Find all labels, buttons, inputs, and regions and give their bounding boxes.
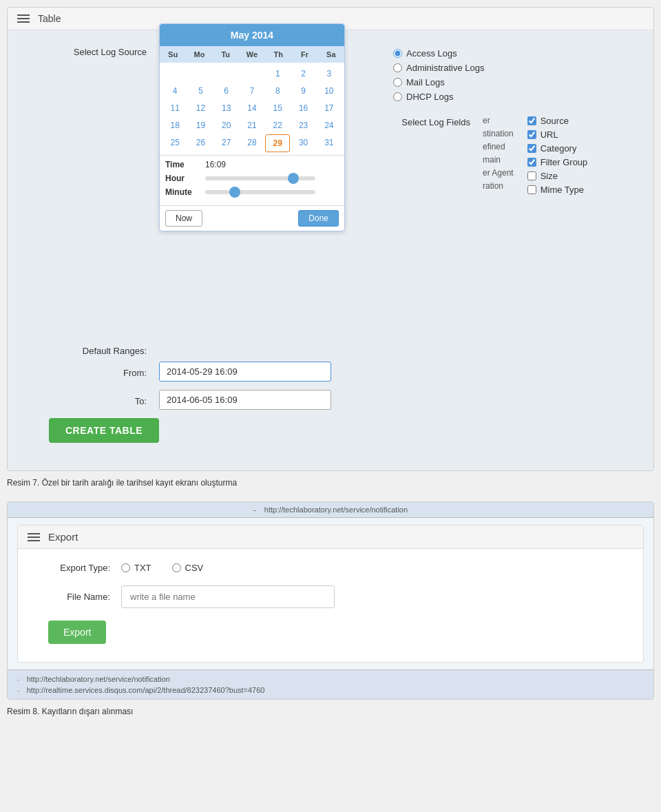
checkbox-filter-group[interactable]: Filter Group xyxy=(527,157,588,167)
checkbox-source[interactable]: Source xyxy=(527,116,588,126)
radio-dhcp-input[interactable] xyxy=(393,92,402,101)
cal-cell[interactable]: 8 xyxy=(265,83,290,99)
checkbox-filter-group-label: Filter Group xyxy=(541,157,588,167)
cal-cell[interactable]: 20 xyxy=(214,117,239,134)
cal-cell[interactable]: 15 xyxy=(265,100,290,116)
from-row: From: xyxy=(28,362,633,382)
calendar-container: May 2014 Su Mo Tu We Th Fr Sa xyxy=(159,23,345,231)
to-label: To: xyxy=(28,393,159,406)
cal-cell[interactable]: 1 xyxy=(265,65,290,82)
hamburger-icon[interactable] xyxy=(17,14,30,23)
file-name-input[interactable] xyxy=(121,585,335,608)
cal-cell[interactable] xyxy=(214,65,239,82)
cal-cell[interactable]: 31 xyxy=(317,134,342,152)
checkbox-mime-type-label: Mime Type xyxy=(541,185,584,195)
cal-cell[interactable]: 14 xyxy=(240,100,264,116)
cal-cell[interactable]: 4 xyxy=(162,83,187,99)
export-header: Export xyxy=(18,525,643,549)
bottom-panel: - http://techlaboratory.net/service/noti… xyxy=(7,501,654,700)
cal-cell[interactable]: 5 xyxy=(188,83,213,99)
checkbox-size[interactable]: Size xyxy=(527,171,588,181)
cal-cell[interactable]: 9 xyxy=(291,83,315,99)
cal-cell[interactable]: 22 xyxy=(265,117,290,134)
radio-admin-logs[interactable]: Administrative Logs xyxy=(393,63,587,73)
checkbox-category-input[interactable] xyxy=(527,144,536,153)
hour-thumb[interactable] xyxy=(288,173,299,184)
to-row: To: xyxy=(28,390,633,410)
cal-cell[interactable]: 13 xyxy=(214,100,239,116)
cal-cell[interactable]: 18 xyxy=(162,117,187,134)
cal-cell[interactable]: 12 xyxy=(188,100,213,116)
log-fields-checkboxes: Source URL Category xyxy=(527,116,588,195)
radio-mail-input[interactable] xyxy=(393,78,402,87)
url-bar-top: - http://techlaboratory.net/service/noti… xyxy=(8,502,653,518)
radio-txt[interactable]: TXT xyxy=(121,563,151,573)
cal-cell[interactable] xyxy=(188,65,213,82)
cal-cell[interactable]: 19 xyxy=(188,117,213,134)
radio-csv-label: CSV xyxy=(185,563,204,573)
radio-admin-input[interactable] xyxy=(393,63,402,72)
cal-cell[interactable]: 7 xyxy=(240,83,264,99)
cal-cell[interactable]: 30 xyxy=(291,134,315,152)
cal-cell[interactable]: 25 xyxy=(162,134,187,152)
cal-cell[interactable]: 3 xyxy=(317,65,342,82)
checkbox-url-input[interactable] xyxy=(527,130,536,139)
cal-cell[interactable]: 11 xyxy=(162,100,187,116)
radio-dhcp-logs[interactable]: DHCP Logs xyxy=(393,92,587,102)
btn-now[interactable]: Now xyxy=(165,210,202,227)
checkbox-mime-type[interactable]: Mime Type xyxy=(527,185,588,195)
checkbox-size-input[interactable] xyxy=(527,171,536,180)
checkbox-url[interactable]: URL xyxy=(527,129,588,140)
cal-cell[interactable]: 23 xyxy=(291,117,315,134)
radio-access-input[interactable] xyxy=(393,49,402,58)
cal-cell[interactable]: 6 xyxy=(214,83,239,99)
export-panel: Export Export Type: TXT CSV xyxy=(17,525,644,663)
radio-mail-label: Mail Logs xyxy=(406,77,445,87)
caption2: Resim 8. Kayıtların dışarı alınması xyxy=(7,707,654,716)
default-ranges-label: Default Ranges: xyxy=(28,346,159,356)
checkbox-filter-group-input[interactable] xyxy=(527,158,536,167)
url-bar-bottom: - http://techlaboratory.net/service/noti… xyxy=(8,669,653,699)
checkbox-mime-type-input[interactable] xyxy=(527,185,536,194)
from-label: From: xyxy=(28,365,159,378)
to-input[interactable] xyxy=(159,390,331,410)
create-table-button[interactable]: CREATE TABLE xyxy=(49,418,159,443)
cal-cell[interactable] xyxy=(162,65,187,82)
radio-access-logs[interactable]: Access Logs xyxy=(393,48,587,59)
checkbox-size-label: Size xyxy=(541,171,558,181)
export-hamburger-icon[interactable] xyxy=(28,533,40,541)
cal-cell[interactable]: 27 xyxy=(214,134,239,152)
cal-cell[interactable] xyxy=(240,65,264,82)
log-source-label: Select Log Source xyxy=(28,44,159,57)
radio-mail-logs[interactable]: Mail Logs xyxy=(393,77,587,87)
hour-slider[interactable] xyxy=(205,176,315,180)
minute-row: Minute xyxy=(165,187,339,197)
cal-cell[interactable]: 26 xyxy=(188,134,213,152)
minute-thumb[interactable] xyxy=(229,187,240,198)
cal-cell[interactable]: 21 xyxy=(240,117,264,134)
export-button[interactable]: Export xyxy=(48,621,106,644)
checkbox-source-input[interactable] xyxy=(527,116,536,125)
export-type-row: Export Type: TXT CSV xyxy=(39,563,622,573)
btn-done[interactable]: Done xyxy=(298,210,339,227)
top-body: Select Log Source May 2014 Su Mo Tu We T… xyxy=(8,30,653,470)
cal-cell[interactable]: 28 xyxy=(240,134,264,152)
cal-cell[interactable]: 10 xyxy=(317,83,342,99)
checkbox-category[interactable]: Category xyxy=(527,143,588,154)
cal-cell[interactable]: 16 xyxy=(291,100,315,116)
cal-cell[interactable]: 17 xyxy=(317,100,342,116)
cal-cell-today[interactable]: 29 xyxy=(265,134,290,152)
radio-csv-input[interactable] xyxy=(172,563,181,572)
radio-csv[interactable]: CSV xyxy=(172,563,204,573)
radio-dhcp-label: DHCP Logs xyxy=(406,92,453,102)
cal-cell[interactable]: 24 xyxy=(317,117,342,134)
cal-cell[interactable]: 2 xyxy=(291,65,315,82)
radio-txt-input[interactable] xyxy=(121,563,130,572)
export-body: Export Type: TXT CSV File Name: xyxy=(18,549,643,662)
field-item: er xyxy=(483,116,514,125)
radio-access-label: Access Logs xyxy=(406,48,457,59)
minute-slider[interactable] xyxy=(205,190,315,194)
from-input[interactable] xyxy=(159,362,331,382)
export-type-group: TXT CSV xyxy=(121,563,203,573)
checkbox-category-label: Category xyxy=(541,143,577,154)
